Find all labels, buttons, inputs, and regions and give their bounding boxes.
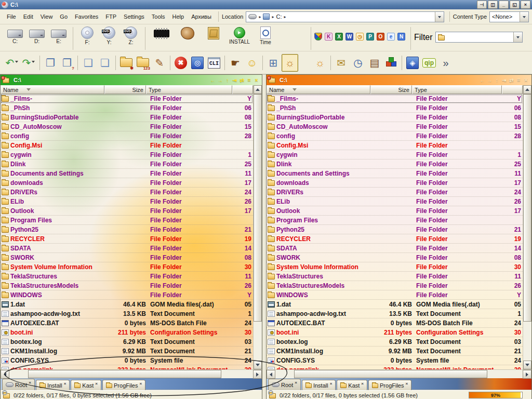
- window-titlebar[interactable]: C:\ ⊣◫_◱×: [0, 0, 532, 9]
- tab-root[interactable]: Root×: [2, 379, 35, 390]
- file-row[interactable]: AUTOEXEC.BAT0 bytesMS-DOS Batch File24: [1, 318, 253, 328]
- folder-row[interactable]: RECYCLERFile Folder19: [1, 234, 253, 244]
- qip-button[interactable]: qip: [421, 54, 437, 72]
- tab-close-icon[interactable]: ×: [295, 380, 297, 385]
- pin-button[interactable]: ⊣: [477, 1, 487, 9]
- folder-row[interactable]: CD_AutoMoscowFile Folder15: [1, 122, 253, 131]
- drive-button-e[interactable]: E:: [48, 26, 70, 44]
- scrollbar-thumb[interactable]: [523, 94, 531, 322]
- copy-files-button[interactable]: ❑: [80, 54, 97, 72]
- folder-row[interactable]: configFile Folder28: [267, 131, 523, 141]
- scrollbar-track[interactable]: [9, 370, 253, 378]
- column-header-extra[interactable]: [502, 85, 523, 94]
- tab-progfiles[interactable]: ProgFiles×: [368, 380, 411, 390]
- pane-nav-forward-button[interactable]: →: [486, 77, 493, 83]
- key-icon[interactable]: K: [325, 33, 332, 41]
- menu-item-архивы[interactable]: Архивы: [188, 12, 215, 21]
- horizontal-scrollbar[interactable]: [1, 369, 262, 378]
- dropdown-arrow-icon[interactable]: [14, 55, 19, 71]
- mail-button[interactable]: ✉: [333, 54, 350, 72]
- dropdown-arrow-icon[interactable]: [513, 32, 522, 42]
- file-row[interactable]: CKM1Install.log9.92 MBText Document21: [1, 347, 253, 356]
- excel-icon[interactable]: X: [335, 33, 343, 41]
- archive-crate-button[interactable]: [201, 26, 227, 46]
- file-row[interactable]: bootex.log6.29 KBText Document03: [267, 337, 523, 347]
- pane-nav-close-button[interactable]: ×: [523, 77, 529, 83]
- scrollbar-thumb[interactable]: [254, 94, 262, 322]
- file-row[interactable]: 1.dat46.4 KBGOM Media files(.dat)05: [267, 300, 523, 309]
- quick-view-button[interactable]: ❏: [97, 54, 113, 72]
- scroll-up-button[interactable]: [523, 85, 531, 94]
- time-button[interactable]: Time: [252, 26, 278, 45]
- menu-item-ftp[interactable]: FTP: [102, 12, 120, 21]
- close-button[interactable]: ×: [521, 1, 530, 9]
- p-app-icon[interactable]: P: [366, 33, 374, 41]
- column-header-name[interactable]: Name: [1, 85, 104, 94]
- folder-row[interactable]: SDATAFile Folder14: [1, 244, 253, 253]
- pane-nav-swap-button[interactable]: ⇄: [508, 77, 515, 83]
- notes-icon[interactable]: N: [397, 33, 405, 41]
- column-header-extra[interactable]: [232, 85, 253, 94]
- edit-file-button[interactable]: ✎: [151, 54, 168, 72]
- folder-row[interactable]: DRiVERsFile Folder24: [267, 188, 523, 197]
- dropdown-arrow-icon[interactable]: [31, 55, 36, 71]
- folder-row[interactable]: cygwinFile Folder1: [1, 150, 253, 159]
- folder-row[interactable]: DlinkFile Folder25: [267, 159, 523, 169]
- powerpoint-icon[interactable]: O: [377, 33, 384, 41]
- folder-row[interactable]: Program FilesFile Folder: [267, 216, 523, 225]
- file-row[interactable]: ashampoo-acdw-log.txt13.5 KBText Documen…: [1, 309, 253, 318]
- drive-button-c[interactable]: C:: [4, 26, 26, 44]
- cli-button[interactable]: CLI: [206, 54, 222, 72]
- menu-item-tools[interactable]: Tools: [148, 12, 169, 21]
- folder-row[interactable]: TeklaStructuresFile Folder11: [1, 272, 253, 281]
- tab-close-icon[interactable]: ×: [95, 381, 98, 386]
- column-header-name[interactable]: Name: [267, 85, 370, 94]
- tab-install[interactable]: Install×: [36, 380, 70, 390]
- scheduler-button[interactable]: ◷: [350, 54, 366, 72]
- location-combo[interactable]: ▸▸C:▸: [246, 11, 444, 22]
- drive-button-y[interactable]: DVDY:: [98, 26, 120, 45]
- image-preview-button[interactable]: ◎: [189, 54, 206, 72]
- vertical-scrollbar[interactable]: [253, 85, 262, 369]
- folder-row[interactable]: OutlookFile Folder17: [267, 206, 523, 216]
- folder-row[interactable]: CD_AutoMoscowFile Folder15: [267, 122, 523, 131]
- folder-row[interactable]: SWORKFile Folder08: [267, 253, 523, 262]
- horizontal-scrollbar[interactable]: [267, 369, 531, 378]
- folder-row[interactable]: WINDOWSFile FolderY: [267, 290, 523, 300]
- menu-item-edit[interactable]: Edit: [20, 12, 37, 21]
- tab-progfiles[interactable]: ProgFiles×: [102, 380, 145, 390]
- file-row[interactable]: CKM1Install.log9.92 MBText Document21: [267, 347, 523, 356]
- tab-close-icon[interactable]: ×: [361, 381, 364, 386]
- ram-chip-button[interactable]: [149, 26, 175, 44]
- folder-options-button[interactable]: ☼: [282, 54, 298, 72]
- folder-row[interactable]: downloadsFile Folder17: [267, 178, 523, 188]
- word-icon[interactable]: W: [345, 33, 353, 41]
- scroll-right-button[interactable]: [253, 370, 262, 379]
- scroll-left-button[interactable]: [1, 370, 9, 379]
- security-shield-icon[interactable]: [314, 33, 322, 41]
- pane-nav-to-end-button[interactable]: ⇥: [231, 77, 238, 83]
- rollup-button[interactable]: ◫: [488, 1, 498, 9]
- grab-hand-button[interactable]: [175, 26, 201, 46]
- menu-item-help[interactable]: Help: [169, 12, 188, 21]
- folder-row[interactable]: Documents and SettingsFile Folder11: [267, 169, 523, 178]
- column-header-type[interactable]: Type: [146, 85, 232, 94]
- folder-row[interactable]: System Volume InformationFile Folder30: [1, 262, 253, 272]
- drive-button-d[interactable]: D:: [26, 26, 48, 44]
- scroll-right-button[interactable]: [523, 370, 531, 379]
- file-row[interactable]: doc.normalink333 bytesNormacsWLink Docum…: [267, 365, 523, 369]
- folder-row[interactable]: BurningStudioPortableFile Folder08: [267, 113, 523, 122]
- menu-item-go[interactable]: Go: [56, 12, 71, 21]
- folder-row[interactable]: OutlookFile Folder17: [1, 206, 253, 216]
- folder-row[interactable]: _Films-File FolderY: [1, 94, 253, 103]
- pane-nav-to-end-button[interactable]: ⇥: [501, 77, 508, 83]
- scrollbar-thumb[interactable]: [294, 370, 487, 378]
- folder-row[interactable]: DRiVERsFile Folder24: [1, 188, 253, 197]
- file-row[interactable]: bootex.log6.29 KBText Document03: [1, 337, 253, 347]
- redo-button[interactable]: ↷: [21, 54, 37, 72]
- vertical-scrollbar[interactable]: [523, 85, 531, 369]
- media-box-button[interactable]: ◈: [404, 54, 421, 72]
- folder-row[interactable]: TeklaStructuresModelsFile Folder26: [267, 281, 523, 290]
- pane-nav-swap-button[interactable]: ⇄: [238, 77, 245, 83]
- address-book-button[interactable]: ▤: [366, 54, 383, 72]
